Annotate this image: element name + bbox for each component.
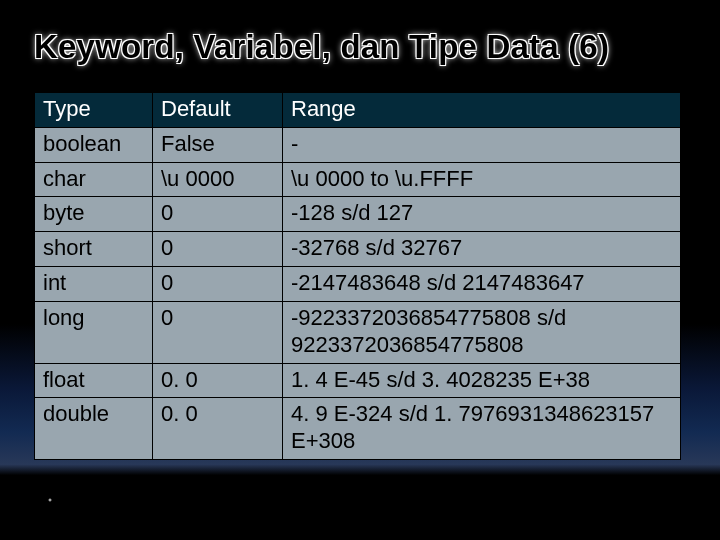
cell-range: -	[283, 127, 681, 162]
cell-default: 0	[153, 197, 283, 232]
cell-default: 0	[153, 301, 283, 363]
slide: Keyword, Variabel, dan Tipe Data (6) Typ…	[0, 0, 720, 540]
cell-default: 0	[153, 232, 283, 267]
table-body: boolean False - char \u 0000 \u 0000 to …	[35, 127, 681, 459]
table-row: short 0 -32768 s/d 32767	[35, 232, 681, 267]
cell-type: int	[35, 267, 153, 302]
cell-default: 0	[153, 267, 283, 302]
cell-default: False	[153, 127, 283, 162]
cell-range: -2147483648 s/d 2147483647	[283, 267, 681, 302]
cell-type: char	[35, 162, 153, 197]
data-types-table: Type Default Range boolean False - char …	[34, 92, 681, 460]
cell-range: \u 0000 to \u.FFFF	[283, 162, 681, 197]
table-row: boolean False -	[35, 127, 681, 162]
cell-range: 4. 9 E-324 s/d 1. 7976931348623157 E+308	[283, 398, 681, 460]
cell-default: 0. 0	[153, 398, 283, 460]
cell-type: short	[35, 232, 153, 267]
cell-range: -128 s/d 127	[283, 197, 681, 232]
col-header-default: Default	[153, 93, 283, 128]
table-row: int 0 -2147483648 s/d 2147483647	[35, 267, 681, 302]
cell-range: 1. 4 E-45 s/d 3. 4028235 E+38	[283, 363, 681, 398]
col-header-type: Type	[35, 93, 153, 128]
table-row: byte 0 -128 s/d 127	[35, 197, 681, 232]
table-row: double 0. 0 4. 9 E-324 s/d 1. 7976931348…	[35, 398, 681, 460]
col-header-range: Range	[283, 93, 681, 128]
table-row: long 0 -9223372036854775808 s/d 92233720…	[35, 301, 681, 363]
cell-default: 0. 0	[153, 363, 283, 398]
cell-type: double	[35, 398, 153, 460]
cell-type: float	[35, 363, 153, 398]
cell-type: long	[35, 301, 153, 363]
cell-type: boolean	[35, 127, 153, 162]
cell-range: -9223372036854775808 s/d 922337203685477…	[283, 301, 681, 363]
cell-type: byte	[35, 197, 153, 232]
cell-range: -32768 s/d 32767	[283, 232, 681, 267]
slide-title: Keyword, Variabel, dan Tipe Data (6)	[34, 28, 686, 66]
table-row: char \u 0000 \u 0000 to \u.FFFF	[35, 162, 681, 197]
cell-default: \u 0000	[153, 162, 283, 197]
table-header-row: Type Default Range	[35, 93, 681, 128]
table-row: float 0. 0 1. 4 E-45 s/d 3. 4028235 E+38	[35, 363, 681, 398]
